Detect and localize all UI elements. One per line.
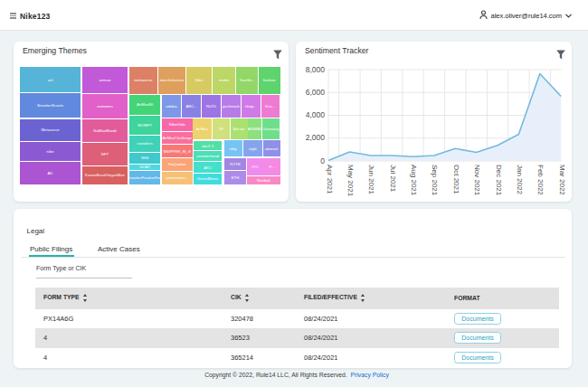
svg-text:Nov 2021: Nov 2021 — [473, 165, 481, 196]
svg-text:Dec 2021: Dec 2021 — [495, 165, 503, 196]
svg-text:Feb 2022: Feb 2022 — [536, 165, 545, 195]
svg-text:Aug 2021: Aug 2021 — [410, 165, 418, 196]
svg-text:Jun 2021: Jun 2021 — [367, 165, 375, 194]
svg-text:4,000: 4,000 — [306, 110, 326, 119]
svg-text:8,000: 8,000 — [306, 65, 326, 74]
svg-text:Jan 2022: Jan 2022 — [516, 165, 524, 194]
svg-text:0: 0 — [320, 156, 325, 165]
svg-text:Jul 2021: Jul 2021 — [389, 165, 397, 193]
svg-text:Sep 2021: Sep 2021 — [431, 165, 439, 196]
svg-text:6,000: 6,000 — [306, 88, 326, 97]
svg-text:Oct 2021: Oct 2021 — [452, 165, 460, 194]
svg-text:2,000: 2,000 — [306, 133, 326, 142]
svg-text:Apr 2021: Apr 2021 — [326, 165, 334, 194]
svg-text:May 2021: May 2021 — [346, 165, 355, 197]
svg-text:Mar 2022: Mar 2022 — [558, 165, 566, 195]
